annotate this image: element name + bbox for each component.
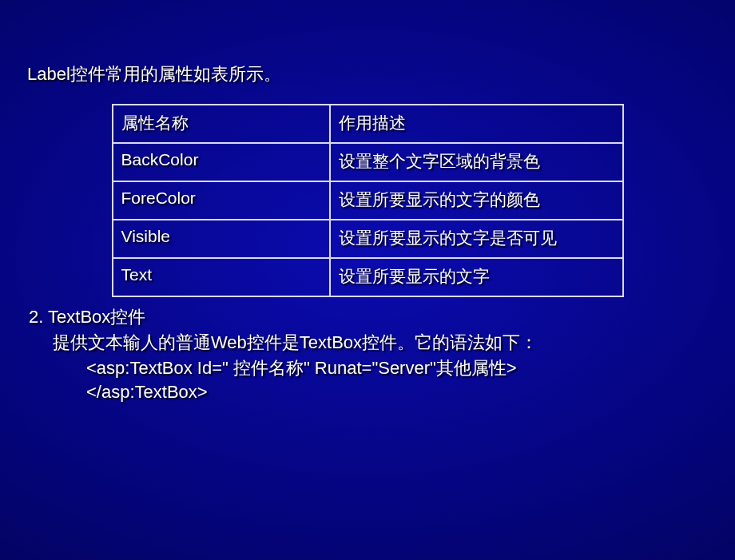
lead-text: Label控件常用的属性如表所示。 [27, 62, 713, 86]
code-line-1: <asp:TextBox Id=" 控件名称" Runat="Server"其他… [86, 356, 713, 380]
table-cell-desc: 设置整个文字区域的背景色 [330, 143, 623, 181]
properties-table: 属性名称 作用描述 BackColor 设置整个文字区域的背景色 ForeCol… [112, 104, 624, 297]
table-cell-name: BackColor [113, 143, 330, 181]
table-row: BackColor 设置整个文字区域的背景色 [113, 143, 623, 181]
table-row: Visible 设置所要显示的文字是否可见 [113, 220, 623, 258]
code-line-2: </asp:TextBox> [86, 382, 713, 403]
table-cell-name: ForeColor [113, 181, 330, 220]
table-cell-desc: 设置所要显示的文字的颜色 [330, 181, 623, 220]
table-cell-name: Text [113, 258, 330, 296]
table-row: Text 设置所要显示的文字 [113, 258, 623, 296]
table-header-name: 属性名称 [113, 105, 330, 143]
table-cell-desc: 设置所要显示的文字是否可见 [330, 220, 623, 258]
section-title: 2. TextBox控件 [29, 305, 713, 329]
table-cell-desc: 设置所要显示的文字 [330, 258, 623, 296]
table-header-row: 属性名称 作用描述 [113, 105, 623, 143]
section-paragraph: 提供文本输人的普通Web控件是TextBox控件。它的语法如下： [53, 331, 713, 355]
table-row: ForeColor 设置所要显示的文字的颜色 [113, 181, 623, 220]
table-header-desc: 作用描述 [330, 105, 623, 143]
slide: Label控件常用的属性如表所示。 属性名称 作用描述 BackColor 设置… [0, 0, 735, 403]
table-cell-name: Visible [113, 220, 330, 258]
